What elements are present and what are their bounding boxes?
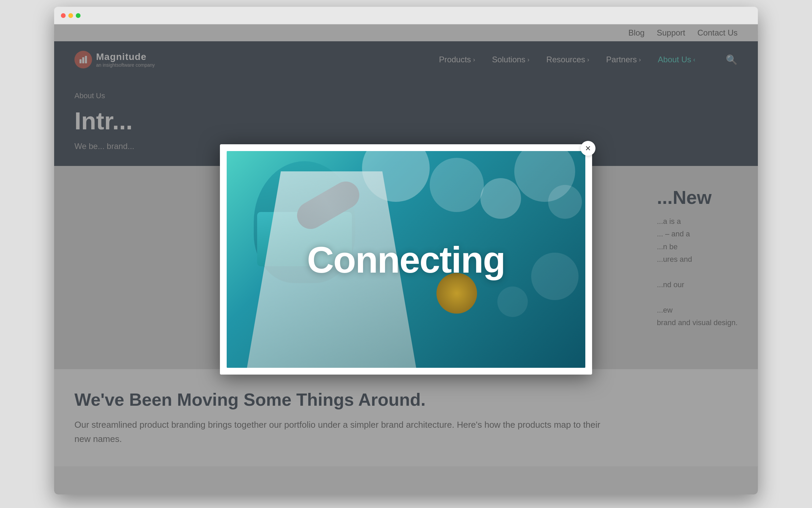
modal-close-button[interactable]: × [581, 141, 595, 156]
browser-dots [61, 13, 81, 18]
modal-overlay[interactable]: × [54, 24, 758, 494]
light-circle-5 [548, 185, 582, 219]
browser-window: Blog Support Contact Us Magnitude an ins… [54, 7, 758, 494]
browser-titlebar [54, 7, 758, 24]
modal-dialog: × [220, 144, 592, 375]
dot-yellow[interactable] [68, 13, 73, 18]
modal-image-container: Connecting [227, 151, 585, 368]
modal-image: Connecting [227, 151, 585, 368]
light-circle-3 [480, 178, 521, 219]
light-circle-6 [531, 253, 579, 300]
modal-headline: Connecting [307, 238, 505, 281]
page-content: Blog Support Contact Us Magnitude an ins… [54, 24, 758, 494]
light-circle-7 [497, 287, 528, 317]
light-circle-2 [430, 158, 484, 212]
dot-green[interactable] [76, 13, 81, 18]
dot-red[interactable] [61, 13, 66, 18]
